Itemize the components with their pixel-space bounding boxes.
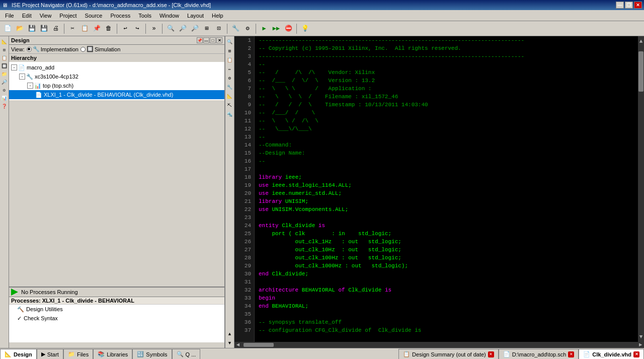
zoom-out-button[interactable]: 🔎: [189, 23, 200, 34]
tab-clk-close[interactable]: ✕: [633, 351, 639, 357]
view-sim-option[interactable]: 🔲 Simulation: [80, 46, 120, 52]
tree-expand-1[interactable]: -: [11, 64, 17, 70]
menu-item-process[interactable]: Process: [106, 12, 134, 20]
rt-scroll-down[interactable]: ▼: [226, 339, 234, 347]
menu-item-window[interactable]: Window: [155, 12, 183, 20]
menu-item-source[interactable]: Source: [81, 12, 107, 20]
rt-btn-6[interactable]: 🔧: [226, 83, 234, 91]
rt-btn-1[interactable]: 🔍: [226, 38, 234, 46]
view-impl-option[interactable]: 🔧 Implementation: [27, 46, 78, 52]
tree-item-macro-add[interactable]: - 📄 macro_add: [9, 63, 224, 72]
bottom-tab-libraries[interactable]: 📚 Libraries: [93, 349, 132, 359]
run-all-button[interactable]: ▶▶: [271, 23, 282, 34]
menu-item-project[interactable]: Project: [55, 12, 80, 20]
code-vscrollbar[interactable]: ▲ ▼: [638, 36, 644, 342]
tree-label-2: xc3s100e-4cp132: [35, 74, 78, 80]
cut-button[interactable]: ✂: [67, 23, 78, 34]
sidebar-icon-7[interactable]: ⚙: [1, 87, 8, 94]
menu-item-layout[interactable]: Layout: [183, 12, 208, 20]
code-area[interactable]: 1234567891011121314151617181920212223242…: [234, 36, 644, 342]
menu-item-file[interactable]: File: [1, 12, 18, 20]
vscroll-down[interactable]: ▼: [638, 332, 644, 342]
process-item-check-syntax[interactable]: ✓ Check Syntax: [9, 314, 224, 323]
line-num-1: 1: [237, 36, 251, 44]
zoom-fit-button[interactable]: ⊞: [201, 23, 212, 34]
restore-button[interactable]: ❐: [625, 2, 633, 9]
tab-sch-close[interactable]: ✕: [568, 351, 574, 357]
bottom-tab-symbols[interactable]: 🔣 Symbols: [132, 349, 172, 359]
code-line-14: --Command:: [259, 141, 634, 149]
sidebar-icon-9[interactable]: ❓: [1, 103, 8, 110]
find-button[interactable]: 🔍: [165, 23, 176, 34]
rt-btn-2[interactable]: ⊞: [226, 47, 234, 55]
bottom-tab-design[interactable]: 📐 Design: [0, 349, 37, 359]
hscroll-thumb[interactable]: [244, 343, 274, 347]
open-button[interactable]: 📂: [14, 23, 25, 34]
copy-button[interactable]: 📋: [79, 23, 90, 34]
title-bar-icon: 🖥: [2, 2, 8, 8]
bottom-tab-top-sch[interactable]: 📄 D:\macro_add\top.sch ✕: [499, 349, 579, 359]
panel-pin-btn[interactable]: 📌: [197, 37, 203, 43]
rt-btn-9[interactable]: 🔩: [226, 110, 234, 118]
menu-item-help[interactable]: Help: [208, 12, 227, 20]
code-line-27: out_clk_10Hz : out std_logic;: [259, 246, 634, 254]
menu-item-edit[interactable]: Edit: [18, 12, 36, 20]
stop-button[interactable]: ⛔: [283, 23, 294, 34]
panel-max-btn[interactable]: □: [210, 37, 216, 43]
hscroll-bar[interactable]: ◄ ►: [234, 342, 644, 348]
save-all-button[interactable]: 💾: [38, 23, 49, 34]
menu-item-tools[interactable]: Tools: [134, 12, 155, 20]
undo-button[interactable]: ↩: [120, 23, 131, 34]
sidebar-icon-5[interactable]: 📁: [1, 70, 8, 78]
tree-expand-2[interactable]: -: [19, 74, 25, 80]
close-button[interactable]: ✕: [634, 2, 642, 9]
print-button[interactable]: 🖨: [50, 23, 61, 34]
tool6[interactable]: 🔧: [230, 23, 241, 34]
bottom-tab-design-summary[interactable]: 📋 Design Summary (out of date) ✕: [398, 349, 499, 359]
vscroll-up[interactable]: ▲: [638, 36, 644, 46]
sidebar-icon-2[interactable]: ⊞: [1, 46, 8, 53]
vscroll-thumb[interactable]: [638, 51, 643, 92]
impl-radio[interactable]: [27, 47, 32, 52]
sidebar-icon-8[interactable]: 📊: [1, 95, 8, 102]
tab-ds-close[interactable]: ✕: [488, 351, 494, 357]
tree-item-top[interactable]: - 📊 top (top.sch): [9, 81, 224, 90]
rt-btn-3[interactable]: 📋: [226, 56, 234, 64]
hscroll-right[interactable]: ►: [637, 342, 644, 347]
rt-btn-4[interactable]: ✏: [226, 65, 234, 73]
minimize-button[interactable]: —: [616, 2, 624, 9]
rt-scroll-up[interactable]: ▲: [226, 330, 234, 338]
bottom-tab-clk-divide[interactable]: 📄 Clk_divide.vhd ✕: [579, 349, 644, 359]
zoom-in-button[interactable]: 🔎: [177, 23, 188, 34]
sidebar-icon-1[interactable]: 📐: [1, 38, 8, 45]
run-button[interactable]: ▶: [259, 23, 270, 34]
bottom-tab-q[interactable]: 🔍 Q ...: [172, 349, 201, 359]
sidebar-icon-6[interactable]: 🔎: [1, 79, 8, 86]
paste-button[interactable]: 📌: [91, 23, 102, 34]
panel-min-btn[interactable]: —: [203, 37, 209, 43]
rt-btn-5[interactable]: ⚙: [226, 74, 234, 82]
sidebar-icon-3[interactable]: 📋: [1, 54, 8, 61]
bottom-tab-files[interactable]: 📁 Files: [63, 349, 93, 359]
rt-btn-8[interactable]: ⛏: [226, 101, 234, 109]
hscroll-left[interactable]: ◄: [234, 342, 242, 347]
redo-button[interactable]: ↪: [132, 23, 143, 34]
tool7[interactable]: ⚙: [242, 23, 253, 34]
code-content[interactable]: ----------------------------------------…: [255, 36, 638, 342]
process-item-design-utils[interactable]: 🔨 Design Utilities: [9, 305, 224, 314]
sidebar-icon-4[interactable]: 🔲: [1, 62, 8, 69]
zoom-sel-button[interactable]: ⊡: [213, 23, 224, 34]
sim-radio[interactable]: [80, 47, 86, 52]
new-button[interactable]: 📄: [2, 23, 13, 34]
tree-expand-3[interactable]: -: [27, 83, 33, 89]
more-button[interactable]: »: [148, 23, 159, 34]
help-btn2[interactable]: 💡: [299, 23, 310, 34]
bottom-tab-start[interactable]: ▶ Start: [37, 349, 63, 359]
tree-item-clk-divide[interactable]: 📄 XLXI_1 - Clk_divide - BEHAVIORAL (Clk_…: [9, 90, 224, 99]
save-button[interactable]: 💾: [26, 23, 37, 34]
delete-button[interactable]: 🗑: [103, 23, 114, 34]
menu-item-view[interactable]: View: [36, 12, 56, 20]
panel-close-btn[interactable]: ✕: [216, 37, 222, 43]
rt-btn-7[interactable]: 📐: [226, 92, 234, 100]
tree-item-xc3s100e[interactable]: - 🔧 xc3s100e-4cp132: [9, 72, 224, 81]
